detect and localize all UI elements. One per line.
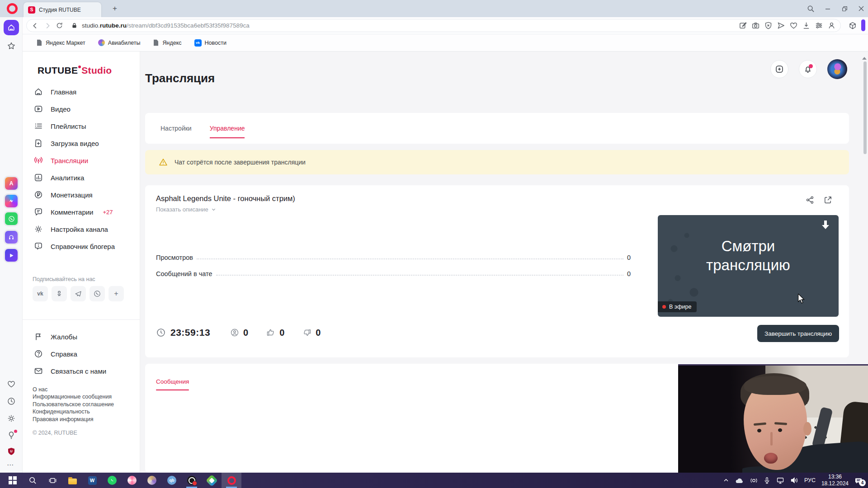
opera-logo-icon[interactable] [7, 3, 18, 14]
browser-tab[interactable]: S Студия RUTUBE [24, 2, 101, 17]
nav-item-svyazatsya[interactable]: Связаться с нами [23, 362, 140, 380]
link-privacy[interactable]: Конфиденциальность [33, 408, 114, 415]
tips-bulb-icon[interactable] [7, 431, 16, 440]
messenger-app-icon[interactable] [5, 195, 18, 207]
avatar[interactable] [827, 59, 847, 79]
bookmark-heart-icon[interactable] [789, 21, 798, 30]
ok-social-icon[interactable] [52, 286, 67, 301]
edit-page-icon[interactable] [739, 21, 747, 30]
word-icon[interactable]: W [82, 473, 102, 488]
nav-item-kommentarii[interactable]: Комментарии+27 [23, 203, 140, 221]
tray-camera-icon[interactable] [750, 477, 758, 484]
nav-item-spravochnik[interactable]: Справочник блогера [23, 238, 140, 255]
more-socials-icon[interactable]: + [108, 286, 124, 301]
scrollbar-up-arrow[interactable] [862, 55, 867, 60]
nav-item-analitika[interactable]: Аналитика [23, 169, 140, 186]
qbittorrent-icon[interactable]: qb [162, 473, 182, 488]
flow-send-icon[interactable] [777, 21, 785, 30]
reload-icon[interactable] [56, 22, 63, 29]
clock-icon [156, 328, 166, 338]
search-icon[interactable] [805, 4, 816, 14]
link-info[interactable]: Информационные сообщения [33, 393, 114, 400]
lock-icon[interactable] [71, 22, 78, 29]
more-ellipsis-icon[interactable]: ⋯ [7, 461, 14, 469]
pink-app-icon[interactable] [122, 473, 142, 488]
taskbar-search-icon[interactable] [23, 473, 42, 488]
bookmark-yandex-market[interactable]: Яндекс Маркет [36, 39, 85, 46]
vk-social-icon[interactable]: vk [33, 286, 48, 301]
volume-icon[interactable] [790, 477, 798, 484]
telegram-social-icon[interactable] [71, 286, 86, 301]
nav-item-nastroika-kanala[interactable]: Настройка канала [23, 221, 140, 238]
tab-upravlenie[interactable]: Управление [210, 125, 245, 132]
nav-item-glavnaya[interactable]: Главная [23, 83, 140, 100]
bookmark-yandex[interactable]: Яндекс [153, 39, 181, 46]
end-stream-button[interactable]: Завершить трансляцию [757, 325, 839, 342]
video-icon [34, 104, 43, 113]
microphone-icon[interactable] [764, 477, 770, 484]
opera-taskbar-icon[interactable] [222, 473, 241, 488]
nav-item-playlisty[interactable]: Плейлисты [23, 117, 140, 135]
nav-item-spravka[interactable]: Справка [23, 345, 140, 362]
speed-dial-home-button[interactable] [4, 20, 19, 35]
start-button[interactable] [3, 473, 23, 488]
rutube-studio-logo[interactable]: RUTUBEStudio [38, 65, 112, 76]
whatsapp-app-icon[interactable] [5, 212, 18, 225]
task-view-icon[interactable] [42, 473, 62, 488]
profile-icon[interactable] [827, 21, 836, 30]
external-link-icon[interactable] [823, 195, 833, 205]
bookmark-aviabilety[interactable]: Авиабилеты [98, 39, 141, 46]
tune-sliders-icon[interactable] [815, 21, 823, 30]
close-button[interactable] [855, 4, 867, 14]
restore-button[interactable] [839, 4, 850, 14]
create-button[interactable] [770, 60, 788, 78]
new-tab-button[interactable]: + [110, 4, 120, 14]
obs-icon[interactable] [182, 473, 202, 488]
back-icon[interactable] [31, 22, 39, 30]
nav-item-zagruzka[interactable]: Загрузка видео [23, 135, 140, 152]
action-center-icon[interactable]: 4 [854, 477, 863, 484]
viber-social-icon[interactable] [90, 286, 105, 301]
paint-app-icon[interactable] [142, 473, 162, 488]
tab-soobshcheniya[interactable]: Сообщения [156, 378, 189, 385]
bluestacks-icon[interactable] [202, 473, 222, 488]
minimize-button[interactable] [822, 4, 834, 14]
player-app-icon[interactable] [5, 231, 18, 244]
play-app-icon[interactable] [5, 249, 18, 262]
favorites-heart-icon[interactable] [7, 380, 16, 389]
snapshot-camera-icon[interactable] [751, 21, 760, 30]
tray-chevron-icon[interactable] [723, 477, 729, 483]
stream-preview[interactable]: Смøтри трансляцию В эфире [658, 215, 839, 317]
download-icon[interactable] [802, 21, 811, 30]
share-icon[interactable] [805, 195, 815, 205]
notifications-bell-button[interactable] [799, 60, 817, 78]
sidebar-setup-cube-icon[interactable] [848, 21, 857, 30]
aria-app-icon[interactable]: A [5, 177, 18, 190]
settings-gear-icon[interactable] [7, 414, 16, 423]
link-agreement[interactable]: Пользовательское соглашение [33, 401, 114, 408]
link-o-nas[interactable]: О нас [33, 386, 114, 393]
nav-item-zhaloby[interactable]: Жалобы [23, 328, 140, 345]
tab-nastroiki[interactable]: Настройки [160, 125, 192, 132]
onedrive-cloud-icon[interactable] [735, 477, 744, 484]
scrollbar-thumb[interactable] [863, 61, 867, 154]
nav-item-translyacii[interactable]: Трансляции [23, 152, 140, 169]
url-text[interactable]: studio.rutube.ru/stream/dbf3cd91535bca6e… [82, 22, 250, 29]
nav-item-monetizaciya[interactable]: Монетизация [23, 186, 140, 203]
ublock-shield-icon[interactable]: U [7, 447, 16, 456]
whatsapp-taskbar-icon[interactable] [102, 473, 122, 488]
bookmark-novosti[interactable]: vk Новости [194, 39, 226, 47]
nav-item-video[interactable]: Видео [23, 100, 140, 117]
language-indicator[interactable]: РУС [804, 477, 816, 483]
file-explorer-icon[interactable] [62, 473, 82, 488]
sidebar-toggle-pill[interactable] [861, 19, 865, 31]
adblock-shield-icon[interactable] [764, 21, 773, 30]
taskbar-clock[interactable]: 13:3618.12.2024 [821, 474, 849, 487]
history-clock-icon[interactable] [7, 397, 16, 406]
link-legal[interactable]: Правовая информация [33, 416, 114, 423]
bookmarks-star-icon[interactable] [7, 42, 16, 51]
network-display-icon[interactable] [776, 477, 784, 484]
address-bar[interactable]: studio.rutube.ru/stream/dbf3cd91535bca6e… [26, 19, 841, 32]
forward-icon[interactable] [43, 22, 52, 30]
show-description-toggle[interactable]: Показать описание [156, 206, 216, 213]
